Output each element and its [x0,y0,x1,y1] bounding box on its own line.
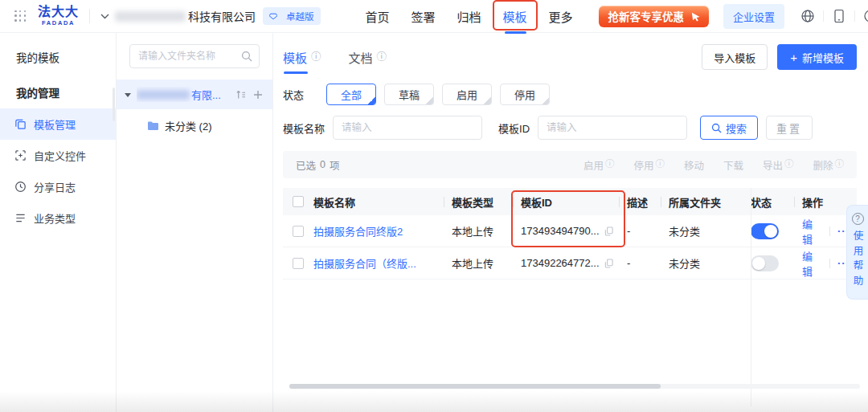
table-row: 拍摄服务合同（终版... 本地上传 173492264772... - 未分类 … [283,247,857,279]
copy-icon[interactable] [604,259,613,268]
status-toggle[interactable] [751,223,779,239]
folder-item-uncategorized[interactable]: 未分类 (2) [117,109,272,142]
logo-cn-text: 法大大 [38,6,79,18]
nav-item-more[interactable]: 更多 [549,8,573,25]
fadada-logo[interactable]: 法大大 FADADA [38,6,79,27]
status-toggle[interactable] [751,255,779,271]
sidebar-item-business-types[interactable]: 业务类型 [0,202,116,234]
batch-action-label: 移动 [684,157,704,173]
promo-banner[interactable]: 抢新客专享优惠 [599,6,710,27]
sidebar-item-template-management[interactable]: 模板管理 [0,108,116,140]
filter-draft[interactable]: 草稿 [384,84,434,105]
template-id-value: 173492264772... [521,257,600,269]
help-icon[interactable] [862,7,868,25]
corner-fold-icon [426,97,433,104]
globe-icon[interactable] [799,7,817,25]
usage-help-label: 使用帮助 [850,230,866,290]
business-type-icon [14,212,27,224]
row-checkbox[interactable] [293,226,304,237]
share-log-icon [14,181,27,193]
promo-banner-text: 抢新客专享优惠 [608,8,685,24]
folder-tree-root[interactable]: 有限... [117,80,272,109]
tab-document[interactable]: 文档 ⓘ [349,49,387,66]
tab-document-label: 文档 [349,49,373,66]
batch-action-label: 启用 [583,157,604,173]
corner-fold-icon [542,97,549,104]
left-sidebar: 我的模板 我的管理 模板管理 自定义控件 分享日志 业务类型 [0,33,117,412]
selected-count-text: 已选 0 项 [296,157,339,173]
template-id-input[interactable] [538,116,687,140]
import-template-button[interactable]: 导入模板 [702,44,768,70]
batch-action-export[interactable]: 导出ⓘ [763,157,794,173]
folder-search-input[interactable] [129,44,260,68]
filter-disabled[interactable]: 停用 [500,84,550,105]
filter-disabled-label: 停用 [514,87,535,102]
sidebar-item-label: 自定义控件 [34,148,86,163]
sort-folders-icon[interactable] [235,90,246,100]
tab-template-label: 模板 [283,49,307,66]
template-id-label: 模板ID [498,120,530,136]
batch-action-download[interactable]: 下载 [723,157,743,173]
batch-action-delete[interactable]: 删除ⓘ [813,157,844,173]
search-row: 模板名称 模板ID 搜索 重置 [283,116,868,140]
batch-actions: 启用ⓘ 停用ⓘ 移动 下载 导出ⓘ 删除ⓘ [583,157,844,173]
copy-icon[interactable] [604,226,613,236]
batch-action-move[interactable]: 移动 [684,157,704,173]
root-folder-name-redacted [137,90,190,100]
custom-control-icon [14,149,27,161]
edit-link[interactable]: 编辑 [802,216,822,247]
template-name-link[interactable]: 拍摄服务合同终版2 [313,223,403,239]
folder-icon [147,120,159,131]
info-icon[interactable]: ⓘ [377,52,387,63]
sidebar-item-my-templates[interactable]: 我的模板 [0,39,116,75]
info-icon[interactable]: ⓘ [311,52,321,63]
info-icon: ⓘ [835,160,845,169]
filter-enabled-label: 启用 [457,87,477,102]
filter-enabled[interactable]: 启用 [442,84,492,105]
info-icon: ⓘ [784,160,794,169]
search-icon [241,51,252,62]
search-button[interactable]: 搜索 [700,116,758,140]
enterprise-settings-button[interactable]: 企业设置 [723,4,784,29]
row-checkbox[interactable] [293,258,304,269]
batch-action-label: 停用 [633,157,653,173]
sidebar-item-custom-controls[interactable]: 自定义控件 [0,140,116,171]
batch-action-enable[interactable]: 启用ⓘ [583,157,615,173]
apps-grid-icon[interactable] [14,10,27,22]
column-header-id: 模板ID [521,194,627,210]
template-description: - [627,257,669,269]
template-name-input[interactable] [333,116,482,140]
table-row: 拍摄服务合同终版2 本地上传 173493494790... - 未分类 编辑 … [283,215,857,247]
sidebar-scrollbar[interactable] [113,88,115,121]
template-name-label: 模板名称 [283,120,325,136]
select-all-checkbox[interactable] [293,196,304,207]
template-table: 模板名称 模板类型 模板ID 描述 所属文件夹 状态 操作 拍摄服务合同终版2 … [283,188,857,279]
reset-button[interactable]: 重置 [766,116,813,140]
caret-down-icon[interactable] [125,93,131,97]
nav-item-home[interactable]: 首页 [366,8,390,25]
edit-link[interactable]: 编辑 [802,248,822,279]
create-template-button[interactable]: + 新增模板 [777,44,857,70]
tab-template[interactable]: 模板 ⓘ [283,49,321,66]
sidebar-item-label: 业务类型 [34,210,76,226]
status-filter-row: 状态 全部 草稿 启用 停用 [283,84,868,105]
nav-item-template[interactable]: 模板 [503,8,527,25]
mobile-app-icon[interactable] [830,7,848,25]
nav-item-archive[interactable]: 归档 [457,8,481,25]
sidebar-item-share-logs[interactable]: 分享日志 [0,171,116,202]
company-name-redacted [115,11,186,22]
usage-help-float-button[interactable]: ? 使用帮助 [846,205,868,300]
template-folder: 未分类 [669,223,751,239]
horizontal-scrollbar[interactable] [289,384,860,389]
batch-action-bar: 已选 0 项 启用ⓘ 停用ⓘ 移动 下载 导出ⓘ 删除ⓘ [283,151,857,178]
template-id-value: 173493494790... [521,225,600,237]
nav-item-sign[interactable]: 签署 [411,8,436,25]
info-icon: ⓘ [605,160,615,169]
scrollbar-thumb[interactable] [289,384,661,389]
template-name-link[interactable]: 拍摄服务合同（终版... [313,255,416,271]
batch-action-disable[interactable]: 停用ⓘ [633,157,665,173]
selected-suffix: 项 [330,157,340,173]
company-switcher[interactable]: 科技有限公司 卓越版 [100,7,321,25]
filter-all[interactable]: 全部 [326,84,376,105]
add-folder-icon[interactable] [253,90,263,100]
